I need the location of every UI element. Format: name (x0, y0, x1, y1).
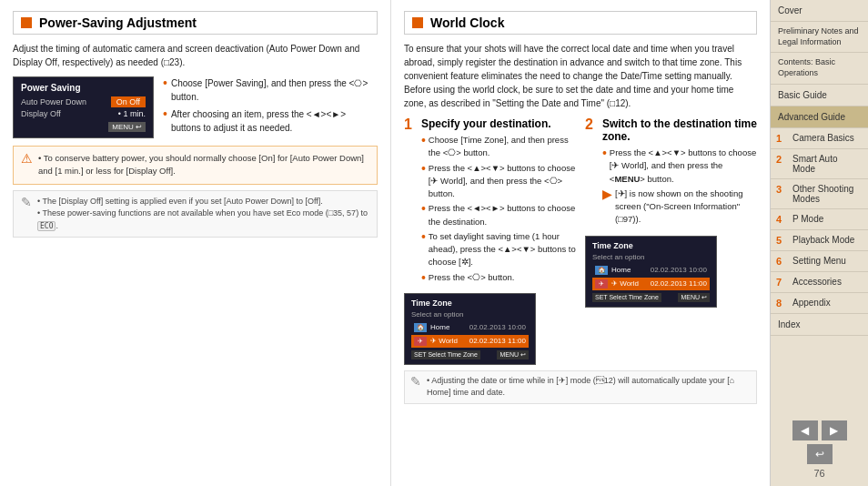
tz-row2-home: 🏠 Home 02.02.2013 10:00 (592, 264, 710, 277)
tz-subtitle-1: Select an option (411, 310, 529, 319)
step1-number: 1 (404, 117, 412, 286)
step1-bullet-5: •Press the <⎔> button. (421, 271, 576, 284)
sidebar-item-index[interactable]: Index (771, 314, 868, 336)
right-section-accent (412, 17, 423, 28)
sidebar-num-2: 2 (776, 154, 789, 165)
tz-home-label-1: Home (430, 323, 466, 331)
note-box: ✎ • The [Display Off] setting is applied… (13, 190, 378, 238)
sidebar-label-2: Smart Auto Mode (792, 154, 863, 174)
sidebar-num-5: 5 (776, 235, 789, 246)
step2-bullet-1: •Press the <▲><▼> buttons to choose [✈ W… (602, 147, 757, 186)
step1-row: 1 Specify your destination. •Choose [Tim… (404, 117, 576, 286)
sidebar-num-7: 7 (776, 277, 789, 288)
tz-home-icon-1: 🏠 (414, 323, 427, 332)
s1b1-dot: • (421, 134, 426, 147)
tz-home-date-1: 02.02.2013 10:00 (469, 323, 526, 331)
sidebar-label-5: Playback Mode (792, 235, 854, 245)
left-panel: Power-Saving Adjustment Adjust the timin… (0, 0, 391, 486)
step1-content: Specify your destination. •Choose [Time … (421, 117, 576, 286)
left-bullet-1: • Choose [Power Saving], and then press … (163, 76, 378, 104)
s1b3-dot: • (421, 202, 426, 215)
tz-world-icon-2: ✈ (595, 279, 608, 289)
ps-row1: Auto Power Down On Off (21, 96, 146, 107)
warning-box: ⚠ • To conserve battery power, you shoul… (13, 146, 378, 185)
sidebar-item-smart-auto[interactable]: 2 Smart Auto Mode (771, 149, 868, 179)
note-line-2: • These power-saving functions are not a… (37, 208, 369, 232)
tz-world-label-1: ✈ World (430, 337, 466, 345)
ps-row1-label: Auto Power Down (21, 97, 86, 106)
step2-content: Switch to the destination time zone. •Pr… (602, 117, 757, 228)
sidebar-num-8: 8 (776, 298, 789, 309)
step1-bullet-3: •Press the <◄><►> buttons to choose the … (421, 202, 576, 228)
tz-home-label-2: Home (611, 266, 647, 274)
sidebar-item-prelim[interactable]: Preliminary Notes and Legal Information (771, 22, 868, 53)
sidebar-item-p-mode[interactable]: 4 P Mode (771, 209, 868, 230)
sidebar-num-3: 3 (776, 184, 789, 195)
note-text: • The [Display Off] setting is applied e… (37, 196, 369, 233)
warning-icon: ⚠ (21, 152, 33, 165)
right-intro-text: To ensure that your shots will have the … (404, 42, 757, 110)
nav-next-button[interactable]: ▶ (822, 420, 847, 440)
tz-menu-btn-1: MENU ↩ (497, 350, 529, 359)
sidebar-item-other-shooting[interactable]: 3 Other Shooting Modes (771, 179, 868, 209)
section-accent-square (21, 17, 32, 28)
tz-title-2: Time Zone (592, 241, 710, 250)
sidebar-label-1: Camera Basics (792, 133, 854, 143)
left-section-title: Power-Saving Adjustment (39, 15, 197, 30)
tz-box-1: Time Zone Select an option 🏠 Home 02.02.… (404, 293, 536, 365)
power-saving-screenshot: Power Saving Auto Power Down On Off Disp… (13, 76, 154, 138)
warning-text: • To conserve battery power, you should … (38, 152, 369, 178)
tz-title-1: Time Zone (411, 299, 529, 308)
sidebar-item-contents[interactable]: Contents: Basic Operations (771, 53, 868, 84)
left-bullet-1-text: Choose [Power Saving], and then press th… (171, 76, 378, 104)
tz-bottom-1: SET Select Time Zone MENU ↩ (411, 350, 529, 359)
sidebar-item-advanced-guide[interactable]: Advanced Guide (771, 106, 868, 128)
step1-bullet-1: •Choose [Time Zone], and then press the … (421, 134, 576, 160)
left-section-header: Power-Saving Adjustment (13, 11, 378, 35)
sidebar-item-basic-guide[interactable]: Basic Guide (771, 85, 868, 106)
sidebar-item-accessories[interactable]: 7 Accessories (771, 272, 868, 293)
steps-container: 1 Specify your destination. •Choose [Tim… (404, 117, 757, 365)
ps-menu-bar: MENU ↩ (21, 122, 146, 132)
tz-select-btn-1: SET Select Time Zone (411, 350, 480, 359)
tz-row1-world: ✈ ✈ World 02.02.2013 11:00 (411, 335, 529, 348)
ps-row2: Display Off • 1 min. (21, 109, 146, 118)
bottom-note-icon: ✎ (410, 375, 421, 400)
right-section-title: World Clock (430, 15, 504, 30)
sidebar: Cover Preliminary Notes and Legal Inform… (770, 0, 868, 486)
sidebar-item-appendix[interactable]: 8 Appendix (771, 293, 868, 314)
step1-bullets: •Choose [Time Zone], and then press the … (421, 134, 576, 284)
sidebar-num-4: 4 (776, 214, 789, 225)
demo-area: Power Saving Auto Power Down On Off Disp… (13, 76, 378, 138)
step1-bullet-2: •Press the <▲><▼> buttons to choose [✈ W… (421, 162, 576, 201)
sidebar-item-camera-basics[interactable]: 1 Camera Basics (771, 128, 868, 149)
sidebar-label-4: P Mode (792, 214, 823, 224)
note-line-1: • The [Display Off] setting is applied e… (37, 196, 369, 208)
sidebar-item-setting-menu[interactable]: 6 Setting Menu (771, 251, 868, 272)
tz-select-btn-2: SET Select Time Zone (592, 293, 661, 302)
sidebar-item-cover[interactable]: Cover (771, 0, 868, 22)
step1-title: Specify your destination. (421, 117, 576, 130)
sidebar-label-7: Accessories (792, 277, 842, 287)
s1b4-dot: • (421, 230, 426, 243)
nav-prev-button[interactable]: ◀ (792, 420, 818, 440)
step1-container: 1 Specify your destination. •Choose [Tim… (404, 117, 576, 365)
tz-row1-home: 🏠 Home 02.02.2013 10:00 (411, 321, 529, 334)
s2b1-dot: • (602, 147, 607, 159)
bottom-note-text: • Adjusting the date or time while in [✈… (427, 375, 751, 400)
left-bullet-2-text: After choosing an item, press the <◄><►>… (171, 107, 378, 135)
ps-row2-value: • 1 min. (118, 109, 146, 118)
step2-number: 2 (585, 117, 593, 228)
nav-home-button[interactable]: ↩ (807, 444, 833, 464)
sidebar-item-playback[interactable]: 5 Playback Mode (771, 230, 868, 251)
bullet-dot-2: • (163, 107, 167, 120)
s1b2-dot: • (421, 162, 426, 175)
s1b5-dot: • (421, 271, 426, 284)
tz-world-icon-1: ✈ (414, 337, 427, 346)
ps-menu-icon: MENU ↩ (108, 122, 146, 132)
tz-world-date-1: 02.02.2013 11:00 (469, 337, 526, 345)
step2-bullet-2: ▶[✈] is now shown on the shooting screen… (602, 187, 757, 227)
note-icon: ✎ (21, 196, 32, 208)
step2-bullets: •Press the <▲><▼> buttons to choose [✈ W… (602, 147, 757, 227)
sidebar-footer: ◀ ▶ ↩ 76 (771, 413, 868, 486)
